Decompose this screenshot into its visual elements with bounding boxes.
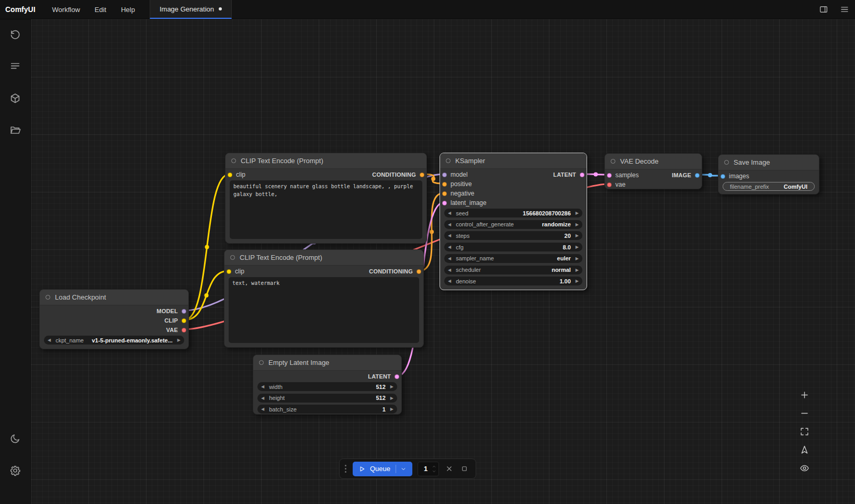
- increment-arrow-icon[interactable]: ▶: [390, 394, 393, 403]
- input-dot[interactable]: [442, 191, 447, 196]
- collapse-dot[interactable]: [611, 159, 615, 164]
- input-dot[interactable]: [227, 269, 231, 274]
- input-slot-model[interactable]: model: [442, 170, 468, 179]
- zoom-in-icon[interactable]: [797, 389, 811, 401]
- queue-button[interactable]: Queue: [353, 462, 412, 476]
- input-slot-negative[interactable]: negative: [442, 189, 474, 198]
- drag-handle-icon[interactable]: [344, 465, 347, 473]
- decrement-arrow-icon[interactable]: ◀: [261, 405, 264, 414]
- node-title-bar[interactable]: Load Checkpoint: [40, 290, 188, 305]
- widget-value[interactable]: 512: [376, 395, 385, 401]
- decrement-arrow-icon[interactable]: ◀: [448, 209, 451, 217]
- node-empty_latent[interactable]: Empty Latent ImageLATENT◀width512▶◀heigh…: [253, 354, 402, 415]
- batch-count-value[interactable]: 1: [424, 465, 428, 473]
- widget-value[interactable]: 1.00: [559, 278, 570, 284]
- workflows-folder-icon[interactable]: [9, 124, 21, 136]
- widget-value[interactable]: normal: [552, 267, 571, 273]
- increment-arrow-icon[interactable]: ▶: [390, 382, 393, 391]
- batch-count-stepper[interactable]: 1: [418, 462, 439, 476]
- fit-view-icon[interactable]: [797, 426, 811, 438]
- widget-scheduler[interactable]: ◀schedulernormal▶: [444, 266, 582, 274]
- collapse-dot[interactable]: [724, 160, 729, 165]
- node-title-bar[interactable]: CLIP Text Encode (Prompt): [224, 250, 423, 266]
- zoom-out-icon[interactable]: [797, 407, 811, 419]
- widget-value[interactable]: 20: [565, 233, 571, 239]
- increment-arrow-icon[interactable]: ▶: [177, 336, 181, 345]
- widget-value[interactable]: ComfyUI: [784, 184, 807, 190]
- output-slot-CLIP[interactable]: CLIP: [164, 316, 186, 325]
- output-slot-MODEL[interactable]: MODEL: [156, 306, 186, 316]
- input-slot-latent_image[interactable]: latent_image: [442, 198, 487, 208]
- step-down-icon[interactable]: [432, 469, 436, 473]
- widget-width[interactable]: ◀width512▶: [257, 382, 397, 391]
- widget-denoise[interactable]: ◀denoise1.00▶: [444, 277, 582, 285]
- toggle-visibility-eye-icon[interactable]: [797, 462, 811, 474]
- output-dot[interactable]: [580, 173, 584, 177]
- output-dot[interactable]: [420, 173, 424, 177]
- output-slot-LATENT[interactable]: LATENT: [368, 372, 399, 381]
- node-save_image[interactable]: Save Imageimagesfilename_prefixComfyUI: [718, 154, 819, 194]
- node-clip_positive[interactable]: CLIP Text Encode (Prompt)clipCONDITIONIN…: [225, 153, 427, 244]
- collapse-dot[interactable]: [230, 255, 235, 260]
- output-slot-CONDITIONING[interactable]: CONDITIONING: [372, 170, 424, 179]
- output-dot[interactable]: [182, 328, 186, 333]
- widget-height[interactable]: ◀height512▶: [257, 394, 397, 403]
- widget-sampler_name[interactable]: ◀sampler_nameeuler▶: [444, 254, 582, 263]
- increment-arrow-icon[interactable]: ▶: [390, 405, 393, 414]
- toggle-panel-icon[interactable]: [813, 0, 834, 19]
- node-load_checkpoint[interactable]: Load CheckpointMODELCLIPVAE◀ckpt_namev1-…: [39, 289, 189, 349]
- widget-value[interactable]: 156680208700286: [523, 210, 571, 216]
- decrement-arrow-icon[interactable]: ◀: [448, 254, 451, 263]
- widget-ckpt_name[interactable]: ◀ckpt_namev1-5-pruned-emaonly.safete...▶: [44, 336, 184, 345]
- output-dot[interactable]: [417, 269, 421, 274]
- input-slot-images[interactable]: images: [721, 171, 749, 181]
- increment-arrow-icon[interactable]: ▶: [576, 231, 579, 240]
- prompt-textarea[interactable]: text, watermark: [229, 277, 419, 343]
- input-dot[interactable]: [442, 173, 447, 177]
- node-library-icon[interactable]: [9, 92, 21, 105]
- output-dot[interactable]: [182, 318, 186, 323]
- widget-cfg[interactable]: ◀cfg8.0▶: [444, 243, 582, 251]
- widget-seed[interactable]: ◀seed156680208700286▶: [444, 209, 582, 217]
- widget-value[interactable]: randomize: [542, 221, 571, 227]
- collapse-dot[interactable]: [259, 360, 264, 365]
- output-dot[interactable]: [695, 173, 700, 178]
- node-title-bar[interactable]: KSampler: [440, 153, 587, 169]
- output-slot-LATENT[interactable]: LATENT: [553, 170, 584, 179]
- increment-arrow-icon[interactable]: ▶: [576, 243, 579, 251]
- output-slot-IMAGE[interactable]: IMAGE: [672, 170, 700, 180]
- increment-arrow-icon[interactable]: ▶: [576, 277, 579, 285]
- select-pointer-icon[interactable]: [797, 444, 811, 456]
- input-slot-clip[interactable]: clip: [228, 170, 245, 179]
- menu-edit[interactable]: Edit: [87, 0, 114, 19]
- decrement-arrow-icon[interactable]: ◀: [261, 382, 264, 391]
- widget-value[interactable]: v1-5-pruned-emaonly.safete...: [92, 337, 172, 343]
- input-dot[interactable]: [228, 173, 232, 177]
- output-dot[interactable]: [182, 309, 186, 314]
- output-slot-VAE[interactable]: VAE: [166, 325, 186, 335]
- settings-gear-icon[interactable]: [9, 464, 21, 477]
- chevron-down-icon[interactable]: [400, 466, 407, 472]
- input-dot[interactable]: [442, 182, 447, 187]
- widget-steps[interactable]: ◀steps20▶: [444, 231, 582, 240]
- output-dot[interactable]: [395, 374, 399, 379]
- input-dot[interactable]: [607, 182, 612, 187]
- input-slot-vae[interactable]: vae: [607, 180, 625, 189]
- decrement-arrow-icon[interactable]: ◀: [448, 266, 451, 274]
- widget-value[interactable]: euler: [557, 255, 571, 261]
- menu-workflow[interactable]: Workflow: [45, 0, 87, 19]
- widget-value[interactable]: 512: [376, 384, 385, 390]
- decrement-arrow-icon[interactable]: ◀: [261, 394, 264, 403]
- widget-filename_prefix[interactable]: filename_prefixComfyUI: [723, 182, 815, 191]
- input-slot-positive[interactable]: positive: [442, 179, 472, 189]
- tab-image-generation[interactable]: Image Generation: [150, 0, 232, 19]
- collapse-dot[interactable]: [46, 295, 50, 300]
- queue-list-icon[interactable]: [9, 60, 21, 73]
- node-title-bar[interactable]: Save Image: [718, 155, 819, 170]
- widget-control_after_generate[interactable]: ◀control_after_generaterandomize▶: [444, 220, 582, 229]
- output-slot-CONDITIONING[interactable]: CONDITIONING: [369, 267, 421, 276]
- node-vae_decode[interactable]: VAE DecodesamplesvaeIMAGE: [604, 153, 702, 189]
- collapse-dot[interactable]: [231, 158, 236, 163]
- widget-batch_size[interactable]: ◀batch_size1▶: [257, 405, 397, 414]
- node-clip_negative[interactable]: CLIP Text Encode (Prompt)clipCONDITIONIN…: [224, 249, 424, 348]
